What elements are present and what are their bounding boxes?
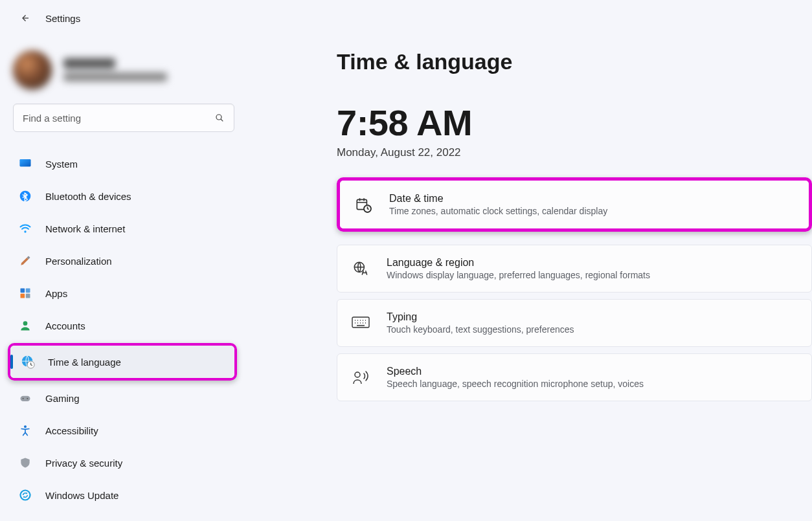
sidebar: System Bluetooth & devices Network & int… [0,36,240,521]
sidebar-item-label: Gaming [45,393,80,404]
settings-card-list: Date & time Time zones, automatic clock … [337,177,812,401]
sidebar-item-label: Privacy & security [45,458,122,469]
card-subtitle: Time zones, automatic clock settings, ca… [389,206,607,216]
card-speech[interactable]: Speech Speech language, speech recogniti… [337,353,812,401]
sidebar-item-personalization[interactable]: Personalization [8,245,240,277]
svg-rect-2 [20,159,31,166]
sidebar-item-label: Time & language [48,357,121,368]
sidebar-item-label: System [45,159,78,170]
svg-rect-5 [21,289,25,293]
search-input[interactable] [23,113,205,124]
highlight-sidebar: Time & language [8,343,237,381]
app-title: Settings [45,13,80,24]
sidebar-item-apps[interactable]: Apps [8,277,240,309]
sidebar-item-label: Network & internet [45,223,125,234]
card-title: Typing [387,311,574,323]
monitor-icon [18,157,32,171]
card-subtitle: Windows display language, preferred lang… [387,270,650,280]
svg-rect-8 [26,294,30,298]
svg-point-4 [24,230,26,232]
sidebar-item-accessibility[interactable]: Accessibility [8,414,240,447]
globe-language-icon [352,260,370,278]
paintbrush-icon [18,254,32,268]
sidebar-item-network[interactable]: Network & internet [8,212,240,245]
back-button[interactable] [16,9,34,27]
bluetooth-icon [18,189,32,203]
clock-display: 7:58 AM [337,102,812,144]
profile-email [63,72,167,82]
date-display: Monday, August 22, 2022 [337,146,812,159]
card-subtitle: Touch keyboard, text suggestions, prefer… [387,324,574,335]
topbar: Settings [0,0,812,36]
sidebar-item-time-language[interactable]: Time & language [10,346,234,378]
card-title: Speech [387,366,644,377]
search-input-wrap[interactable] [13,104,234,132]
svg-point-0 [216,115,221,120]
svg-point-15 [24,425,27,428]
svg-rect-6 [26,289,30,293]
sidebar-item-windows-update[interactable]: Windows Update [8,479,240,511]
keyboard-icon [352,314,370,332]
main-panel: Time & language 7:58 AM Monday, August 2… [240,36,812,521]
svg-point-14 [27,398,28,399]
shield-icon [18,456,32,470]
user-profile[interactable] [8,43,240,104]
svg-point-22 [355,372,360,377]
card-typing[interactable]: Typing Touch keyboard, text suggestions,… [337,299,812,347]
sidebar-item-label: Windows Update [45,490,118,501]
card-language-region[interactable]: Language & region Windows display langua… [337,245,812,293]
sidebar-item-privacy[interactable]: Privacy & security [8,447,240,479]
svg-point-13 [23,398,24,399]
avatar [13,50,52,89]
card-title: Date & time [389,193,607,205]
apps-icon [18,286,32,300]
accessibility-icon [18,423,32,438]
nav-list: System Bluetooth & devices Network & int… [8,148,240,511]
svg-rect-7 [21,294,25,298]
highlight-card: Date & time Time zones, automatic clock … [337,177,812,232]
card-title: Language & region [387,257,650,269]
gamepad-icon [18,391,32,405]
sidebar-item-label: Bluetooth & devices [45,191,131,202]
globe-clock-icon [21,355,35,369]
card-date-time[interactable]: Date & time Time zones, automatic clock … [340,181,809,228]
sidebar-item-system[interactable]: System [8,148,240,180]
sidebar-item-accounts[interactable]: Accounts [8,309,240,342]
card-subtitle: Speech language, speech recognition micr… [387,379,644,389]
page-title: Time & language [337,49,812,74]
sidebar-item-bluetooth[interactable]: Bluetooth & devices [8,180,240,212]
arrow-left-icon [19,12,30,24]
sidebar-item-label: Apps [45,288,67,299]
wifi-icon [18,221,32,236]
profile-name [63,58,115,69]
svg-rect-12 [21,396,30,401]
sidebar-item-label: Personalization [45,256,112,267]
update-icon [18,488,32,502]
speech-icon [352,368,370,386]
sidebar-item-gaming[interactable]: Gaming [8,382,240,414]
person-icon [18,318,32,333]
sidebar-item-label: Accounts [45,320,85,331]
sidebar-item-label: Accessibility [45,425,98,436]
svg-point-9 [23,321,28,326]
svg-point-16 [21,491,30,500]
calendar-clock-icon [354,195,372,214]
search-icon [214,113,225,123]
